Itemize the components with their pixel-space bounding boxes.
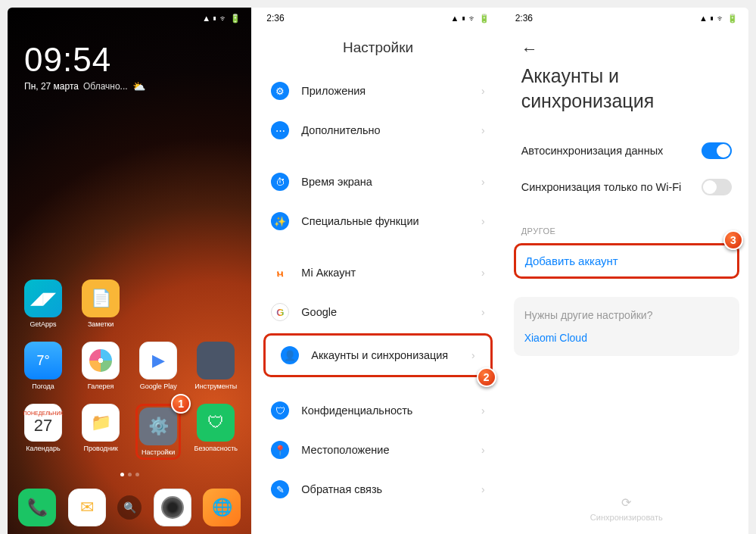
app-notes[interactable]: 📄Заметки	[82, 279, 120, 328]
status-bar: 2:36 ▲ ▮ ᯤ 🔋	[256, 8, 499, 29]
chevron-right-icon: ›	[481, 306, 485, 318]
settings-item-icon: ⋯	[271, 121, 289, 139]
settings-item-2[interactable]: ⏱Время экрана›	[256, 162, 499, 201]
chevron-right-icon: ›	[471, 349, 475, 361]
toggle-switch[interactable]	[702, 142, 732, 159]
dock-messages[interactable]: ✉	[68, 489, 106, 526]
toggle-row-0[interactable]: Автосинхронизация данных	[505, 133, 748, 169]
settings-item-label: Google	[301, 306, 469, 318]
chevron-right-icon: ›	[481, 85, 485, 97]
chevron-right-icon: ›	[481, 124, 485, 136]
app-security[interactable]: 🛡Безопасность	[194, 404, 238, 460]
app-settings[interactable]: 1 ⚙️Настройки	[135, 404, 181, 460]
app-calendar[interactable]: ПОНЕДЕЛЬНИК27Календарь	[24, 404, 62, 460]
gallery-icon	[89, 349, 112, 372]
dock: 📞 ✉ 🔍 🌐	[8, 489, 251, 526]
chevron-right-icon: ›	[481, 483, 485, 495]
settings-item-6[interactable]: 👤Аккаунты и синхронизация›2	[263, 333, 492, 377]
sync-button[interactable]: ⟳ Синхронизировать	[505, 495, 748, 522]
settings-item-1[interactable]: ⋯Дополнительно›	[256, 111, 499, 150]
apps-grid: ◢◤GetApps 📄Заметки 7°Погода Галерея ▶Goo…	[8, 279, 251, 460]
chevron-right-icon: ›	[481, 215, 485, 227]
app-google-play[interactable]: ▶Google Play	[139, 342, 177, 390]
settings-item-icon: ⲙ	[271, 264, 289, 282]
settings-item-8[interactable]: 📍Местоположение›	[256, 430, 499, 470]
settings-item-7[interactable]: 🛡Конфиденциальность›	[256, 391, 499, 430]
status-icons: ▲ ▮ ᯤ 🔋	[451, 14, 490, 23]
toggle-label: Синхронизация только по Wi-Fi	[521, 181, 691, 193]
dock-search[interactable]: 🔍	[117, 495, 142, 520]
settings-item-label: Приложения	[301, 85, 469, 97]
page-indicator	[8, 473, 251, 476]
status-bar: ▲ ▮ ᯤ 🔋	[8, 8, 251, 29]
toggle-label: Автосинхронизация данных	[521, 145, 691, 157]
weather-text: Облачно...	[83, 81, 128, 92]
camera-icon	[161, 496, 184, 519]
status-bar: 2:36 ▲ ▮ ᯤ 🔋	[505, 8, 748, 29]
chevron-right-icon: ›	[481, 267, 485, 279]
settings-item-4[interactable]: ⲙMi Аккаунт›	[256, 253, 499, 292]
settings-item-9[interactable]: ✎Обратная связь›	[256, 470, 499, 509]
page-title: Аккаунты и синхронизация	[505, 59, 748, 133]
back-button[interactable]: ←	[505, 29, 748, 59]
settings-item-label: Местоположение	[301, 444, 469, 456]
section-other: ДРУГОЕ	[505, 205, 748, 242]
accounts-sync-screen: 2:36 ▲ ▮ ᯤ 🔋 ← Аккаунты и синхронизация …	[505, 8, 748, 534]
status-time: 2:36	[266, 13, 284, 23]
clock-widget[interactable]: 09:54 Пн, 27 марта Облачно...	[8, 29, 251, 105]
dock-camera[interactable]	[154, 489, 191, 526]
settings-item-icon: ⏱	[271, 173, 289, 191]
status-icons: ▲ ▮ ᯤ 🔋	[202, 14, 241, 23]
app-file-manager[interactable]: 📁Проводник	[82, 404, 120, 460]
add-account-highlight: 3 Добавить аккаунт	[514, 243, 739, 279]
settings-item-5[interactable]: GGoogle›	[256, 292, 499, 332]
settings-item-icon: ⚙	[271, 82, 289, 100]
step-badge-1: 1	[171, 394, 191, 414]
settings-item-label: Аккаунты и синхронизация	[311, 349, 459, 361]
chevron-right-icon: ›	[481, 404, 485, 417]
card-question: Нужны другие настройки?	[524, 309, 729, 321]
xiaomi-cloud-link[interactable]: Xiaomi Cloud	[524, 332, 729, 344]
gear-icon: ⚙️	[148, 417, 169, 436]
status-icons: ▲ ▮ ᯤ 🔋	[699, 14, 738, 23]
home-screen: ▲ ▮ ᯤ 🔋 09:54 Пн, 27 марта Облачно... ◢◤…	[8, 8, 251, 534]
settings-item-3[interactable]: ✨Специальные функции›	[256, 201, 499, 241]
settings-item-0[interactable]: ⚙Приложения›	[256, 71, 499, 111]
dock-phone[interactable]: 📞	[18, 489, 56, 526]
settings-item-label: Дополнительно	[301, 124, 469, 136]
toggle-switch[interactable]	[702, 179, 732, 195]
settings-item-label: Время экрана	[301, 176, 469, 188]
settings-item-label: Специальные функции	[301, 215, 469, 227]
add-account-link[interactable]: Добавить аккаунт	[516, 247, 737, 275]
settings-item-label: Обратная связь	[301, 483, 469, 495]
settings-item-icon: ✎	[271, 480, 289, 498]
settings-item-icon: ✨	[271, 212, 289, 230]
app-gallery[interactable]: Галерея	[82, 342, 120, 390]
sync-icon: ⟳	[505, 495, 748, 510]
settings-title: Настройки	[256, 29, 499, 71]
toggle-row-1[interactable]: Синхронизация только по Wi-Fi	[505, 169, 748, 205]
app-weather[interactable]: 7°Погода	[24, 342, 62, 390]
clock-date: Пн, 27 марта	[24, 81, 79, 92]
chevron-right-icon: ›	[481, 176, 485, 188]
step-badge-2: 2	[477, 367, 496, 387]
settings-item-icon: 🛡	[271, 401, 289, 420]
step-badge-3: 3	[723, 230, 743, 250]
settings-item-icon: G	[271, 303, 289, 321]
other-settings-card: Нужны другие настройки? Xiaomi Cloud	[514, 297, 739, 356]
chevron-right-icon: ›	[481, 444, 485, 456]
settings-list[interactable]: ⚙Приложения›⋯Дополнительно›⏱Время экрана…	[256, 71, 499, 509]
settings-item-icon: 📍	[271, 441, 289, 459]
settings-item-label: Конфиденциальность	[301, 404, 469, 417]
settings-screen: 2:36 ▲ ▮ ᯤ 🔋 Настройки ⚙Приложения›⋯Допо…	[256, 8, 499, 534]
dock-browser[interactable]: 🌐	[203, 489, 241, 526]
tutorial-screenshot: ▲ ▮ ᯤ 🔋 09:54 Пн, 27 марта Облачно... ◢◤…	[8, 8, 748, 534]
settings-item-icon: 👤	[281, 346, 299, 364]
app-getapps[interactable]: ◢◤GetApps	[24, 279, 62, 328]
clock-time: 09:54	[24, 41, 235, 79]
settings-item-label: Mi Аккаунт	[301, 267, 469, 279]
status-time: 2:36	[515, 13, 533, 23]
app-tools-folder[interactable]: Инструменты	[194, 342, 237, 390]
